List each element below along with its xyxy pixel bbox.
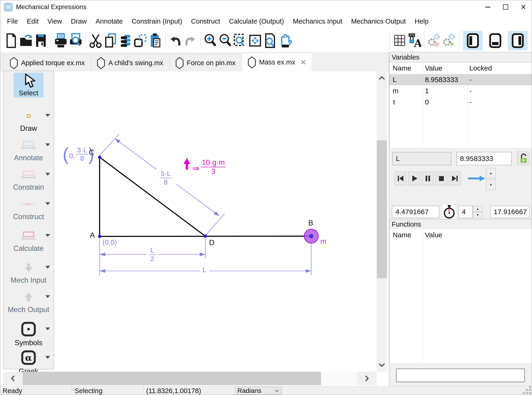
- variable-name-field[interactable]: L: [392, 152, 451, 165]
- skip-end-button[interactable]: [449, 172, 461, 185]
- functions-table[interactable]: Name Value: [389, 229, 532, 363]
- pause-button[interactable]: [422, 172, 434, 185]
- calculate-tool-icon[interactable]: [21, 231, 36, 240]
- chevron-down-icon[interactable]: [45, 173, 50, 176]
- point-a[interactable]: [98, 235, 101, 238]
- menu-draw[interactable]: Draw: [67, 17, 91, 25]
- direction-arrow-icon[interactable]: [467, 175, 486, 182]
- text-style-button[interactable]: 010A: [407, 31, 422, 51]
- menu-mechanics-input[interactable]: Mechanics Input: [288, 17, 347, 25]
- skip-start-button[interactable]: [395, 172, 406, 185]
- sidebar-item-mech-input[interactable]: Mech Input: [11, 276, 46, 285]
- variables-table[interactable]: Name Value Locked L 8.9583333 - m 1 - τ …: [389, 62, 532, 148]
- full-length-dimension-label[interactable]: L: [202, 266, 207, 274]
- point-a-label[interactable]: A: [90, 231, 95, 239]
- copy-drawing-button[interactable]: [118, 31, 133, 51]
- stop-button[interactable]: [435, 172, 447, 185]
- scroll-right-button[interactable]: [357, 372, 377, 385]
- zoom-in-button[interactable]: [203, 31, 218, 51]
- zoom-extents-button[interactable]: [248, 31, 263, 51]
- point-b-label[interactable]: B: [308, 219, 313, 227]
- force-arrow-icon[interactable]: [184, 158, 190, 170]
- paste-button[interactable]: [148, 31, 163, 51]
- mech-output-icon[interactable]: [24, 292, 34, 302]
- redo-button[interactable]: [183, 31, 198, 51]
- constrain-tool-icon[interactable]: [21, 170, 36, 179]
- print-button[interactable]: [53, 31, 68, 51]
- annotate-tool-icon[interactable]: [21, 141, 36, 149]
- vertical-scrollbar[interactable]: [377, 71, 387, 372]
- menu-calculate-output[interactable]: Calculate (Output): [224, 17, 288, 25]
- save-button[interactable]: [34, 31, 48, 51]
- new-file-button[interactable]: [4, 31, 18, 51]
- tab-mass-ex[interactable]: Mass ex.mx ×: [242, 53, 312, 71]
- mech-input-icon[interactable]: [24, 263, 34, 272]
- table-row[interactable]: L 8.9583333 -: [389, 74, 532, 85]
- menu-help[interactable]: Help: [410, 17, 433, 25]
- start-value-field[interactable]: 4.4791667: [392, 206, 439, 218]
- origin-coordinate-label[interactable]: (0,0): [102, 238, 117, 246]
- tab-force-on-pin[interactable]: Force on pin.mx: [169, 54, 242, 71]
- grid-button[interactable]: [392, 31, 407, 51]
- variable-value-field[interactable]: 8.9583333: [456, 152, 512, 165]
- chevron-down-icon[interactable]: [45, 202, 50, 205]
- speed-spin-up-button[interactable]: ▲: [473, 206, 483, 212]
- toggle-left-panel-button[interactable]: [463, 31, 483, 50]
- chevron-down-icon[interactable]: [45, 143, 50, 146]
- symbols-tool-icon[interactable]: [21, 322, 36, 337]
- run-settings-button[interactable]: [442, 31, 457, 51]
- point-b[interactable]: [309, 234, 313, 238]
- chevron-down-icon[interactable]: [45, 356, 50, 359]
- sidebar-item-mech-output[interactable]: Mech Output: [8, 306, 49, 314]
- chevron-down-icon[interactable]: [45, 114, 50, 117]
- menu-view[interactable]: View: [43, 17, 67, 25]
- chevron-down-icon[interactable]: [45, 234, 50, 237]
- toggle-right-panel-button[interactable]: [508, 31, 527, 50]
- toggle-bottom-panel-button[interactable]: [486, 31, 505, 50]
- speed-down-button[interactable]: ▼: [486, 180, 496, 190]
- vertical-scrollbar-thumb[interactable]: [377, 140, 387, 278]
- sidebar-item-annotate[interactable]: Annotate: [14, 154, 43, 162]
- play-button[interactable]: [408, 172, 420, 185]
- speed-up-button[interactable]: ▲: [486, 168, 496, 178]
- menu-edit[interactable]: Edit: [22, 17, 43, 25]
- point-d[interactable]: [204, 235, 207, 238]
- undo-button[interactable]: [168, 31, 183, 51]
- sidebar-item-calculate[interactable]: Calculate: [13, 244, 44, 253]
- close-button[interactable]: ×: [515, 0, 532, 14]
- sidebar-item-construct[interactable]: Construct: [13, 213, 44, 221]
- pan-button[interactable]: [278, 31, 292, 51]
- horizontal-scrollbar[interactable]: [3, 372, 377, 385]
- table-row[interactable]: τ 0 -: [389, 96, 532, 108]
- menu-file[interactable]: File: [3, 17, 22, 25]
- tab-close-icon[interactable]: ×: [301, 58, 306, 66]
- end-value-field[interactable]: 17.916667: [490, 206, 529, 218]
- scroll-down-button[interactable]: [377, 359, 387, 372]
- menu-constrain-input[interactable]: Constrain (Input): [127, 17, 187, 25]
- open-file-button[interactable]: [18, 31, 34, 51]
- angle-unit-select[interactable]: Radians: [235, 387, 281, 395]
- chevron-down-icon[interactable]: [45, 266, 50, 269]
- speed-spin-down-button[interactable]: ▼: [473, 212, 483, 218]
- menu-construct[interactable]: Construct: [187, 17, 224, 25]
- diagonal-dimension-label[interactable]: 5·L8: [159, 170, 172, 186]
- point-c[interactable]: [98, 156, 101, 159]
- cut-button[interactable]: [88, 31, 103, 51]
- scroll-up-button[interactable]: [377, 71, 387, 85]
- menu-mechanics-output[interactable]: Mechanics Output: [347, 17, 410, 25]
- sidebar-item-constrain[interactable]: Constrain: [13, 183, 44, 192]
- chevron-down-icon[interactable]: [45, 295, 50, 298]
- lock-toggle-button[interactable]: [517, 152, 529, 165]
- point-c-label[interactable]: C: [89, 148, 94, 157]
- copy-button[interactable]: [103, 31, 118, 51]
- horizontal-scrollbar-thumb[interactable]: [23, 372, 321, 385]
- sidebar-item-draw[interactable]: Draw: [20, 124, 37, 133]
- draw-tool-icon[interactable]: [27, 114, 30, 118]
- paste-special-button[interactable]: [133, 31, 148, 51]
- chevron-down-icon[interactable]: [45, 328, 50, 330]
- maximize-button[interactable]: [497, 0, 515, 14]
- sidebar-item-symbols[interactable]: Symbols: [15, 339, 43, 347]
- scroll-left-button[interactable]: [3, 372, 23, 385]
- mass-label[interactable]: m: [320, 237, 326, 246]
- dimension-lines[interactable]: [99, 134, 311, 275]
